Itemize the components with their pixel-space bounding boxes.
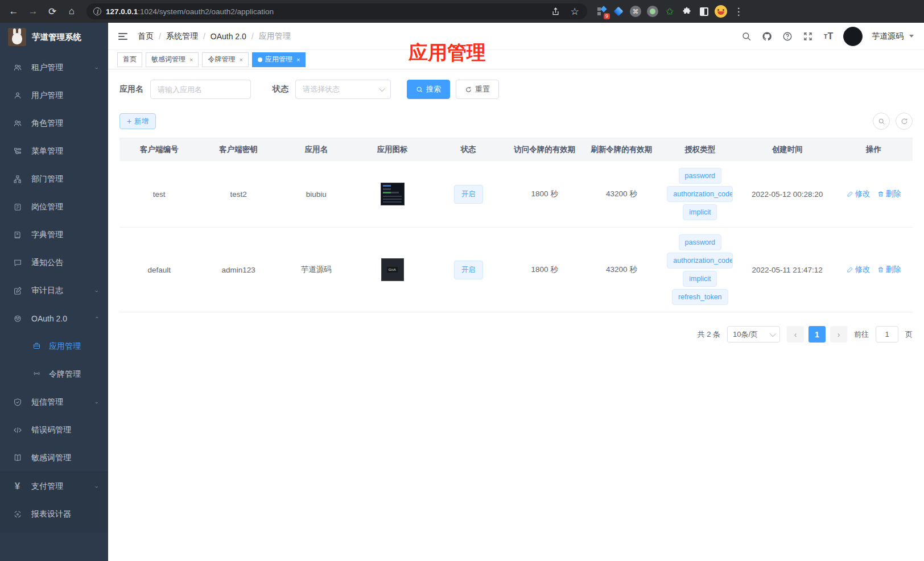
fullscreen-icon[interactable]: [802, 31, 814, 42]
edit-button[interactable]: 修改: [847, 265, 871, 275]
delete-button[interactable]: 删除: [877, 189, 901, 199]
sidebar-item-oauth-application[interactable]: 应用管理: [0, 332, 108, 360]
app-logo: [8, 28, 26, 46]
user-menu-caret-icon[interactable]: [909, 35, 914, 38]
browser-reload-button[interactable]: ⟳: [44, 3, 60, 19]
briefcase-icon: [32, 341, 41, 352]
sidebar-item-role[interactable]: 角色管理: [0, 109, 108, 137]
sidebar-item-menu[interactable]: 菜单管理: [0, 137, 108, 165]
github-icon[interactable]: [761, 31, 773, 42]
extension-recorder-icon[interactable]: [645, 4, 660, 19]
profile-avatar-icon[interactable]: [713, 4, 728, 19]
browser-forward-button[interactable]: →: [25, 3, 41, 19]
sidebar-toggle-icon[interactable]: [118, 33, 127, 40]
tab-application-mgmt[interactable]: 应用管理×: [252, 52, 306, 67]
sidebar-item-post[interactable]: 岗位管理: [0, 193, 108, 221]
app-name-label: 应用名: [119, 84, 143, 94]
status-tag[interactable]: 开启: [454, 261, 483, 279]
url-host: 127.0.0.1: [106, 7, 138, 16]
app-icon-image: GitA: [381, 258, 404, 281]
address-bar[interactable]: i 127.0.0.1:1024/system/oauth2/oauth2/ap…: [86, 3, 587, 19]
chevron-down-icon: ⌄: [94, 65, 99, 70]
page-size-select[interactable]: 10条/页: [727, 326, 780, 343]
browser-menu-icon[interactable]: ⋮: [731, 3, 746, 19]
username-label[interactable]: 芋道源码: [872, 31, 904, 42]
sidebar-item-label: OAuth 2.0: [31, 314, 67, 323]
breadcrumb: 首页 / 系统管理 / OAuth 2.0 / 应用管理: [138, 31, 291, 42]
header-search-icon[interactable]: [741, 31, 752, 42]
refresh-button[interactable]: [896, 113, 913, 130]
breadcrumb-system[interactable]: 系统管理: [166, 31, 198, 42]
breadcrumb-oauth[interactable]: OAuth 2.0: [211, 32, 246, 41]
status-select[interactable]: 请选择状态: [295, 80, 391, 99]
sidebar-item-user[interactable]: 用户管理: [0, 81, 108, 109]
extension-command-icon[interactable]: ⌘: [628, 4, 643, 19]
status-label: 状态: [273, 84, 288, 94]
sidebar-item-label: 令牌管理: [49, 369, 81, 380]
sidebar-item-report-designer[interactable]: 报表设计器: [0, 500, 108, 528]
tab-sensitive-words[interactable]: 敏感词管理×: [146, 52, 199, 67]
edit-button[interactable]: 修改: [847, 189, 871, 199]
grant-tag: implicit: [683, 204, 717, 220]
help-icon[interactable]: [782, 31, 793, 42]
extension-kite-icon[interactable]: [611, 4, 626, 19]
sidebar-item-sensitive[interactable]: 敏感词管理: [0, 444, 108, 472]
site-info-icon[interactable]: i: [93, 7, 101, 15]
sidebar-item-oauth-token[interactable]: 令牌管理: [0, 360, 108, 388]
sidebar-item-label: 字典管理: [31, 230, 63, 240]
font-size-icon[interactable]: TT: [823, 31, 834, 42]
tab-home[interactable]: 首页: [117, 52, 142, 67]
cell-app-name: 芋道源码: [278, 258, 354, 282]
grant-tag: authorization_code: [667, 186, 733, 202]
sidebar-item-payment[interactable]: ¥ 支付管理 ⌄: [0, 472, 108, 500]
toggle-search-button[interactable]: [873, 113, 890, 130]
next-page-button[interactable]: ›: [830, 326, 847, 343]
close-icon[interactable]: ×: [239, 56, 242, 63]
delete-button[interactable]: 删除: [877, 265, 901, 275]
goto-page-input[interactable]: [876, 326, 898, 343]
sidebar-item-errorcode[interactable]: 错误码管理: [0, 416, 108, 444]
user-avatar[interactable]: [843, 27, 863, 46]
sidebar-item-dept[interactable]: 部门管理: [0, 165, 108, 193]
table-row: test test2 biubiu 开启 1800 秒 43200 秒 pass…: [119, 161, 913, 228]
sidebar-item-oauth[interactable]: OAuth 2.0 ⌄: [0, 304, 108, 332]
table-header-row: 客户端编号 客户端密钥 应用名 应用图标 状态 访问令牌的有效期 刷新令牌的有效…: [119, 138, 913, 161]
col-status: 状态: [430, 138, 506, 161]
sidebar-item-label: 角色管理: [31, 118, 63, 129]
status-tag[interactable]: 开启: [454, 185, 483, 204]
users-icon: [13, 118, 22, 128]
col-client-secret: 客户端密钥: [199, 138, 278, 161]
message-icon: [13, 258, 22, 267]
sidebar-item-sms[interactable]: 短信管理 ⌄: [0, 388, 108, 416]
bookmark-star-icon[interactable]: ☆: [569, 6, 580, 17]
sidebar-item-label: 审计日志: [31, 286, 63, 296]
sidebar-item-label: 用户管理: [31, 90, 63, 101]
org-chart-icon: [13, 174, 22, 184]
prev-page-button[interactable]: ‹: [787, 326, 804, 343]
page-1-button[interactable]: 1: [808, 326, 826, 343]
split-view-icon[interactable]: [696, 4, 711, 19]
close-icon[interactable]: ×: [296, 56, 300, 63]
reset-button[interactable]: 重置: [456, 80, 499, 99]
extension-tab-manager-icon[interactable]: 9: [594, 4, 609, 19]
sidebar-item-notice[interactable]: 通知公告: [0, 249, 108, 277]
sidebar-item-label: 菜单管理: [31, 146, 63, 156]
browser-back-button[interactable]: ←: [6, 3, 22, 19]
table-row: default admin123 芋道源码 GitA 开启 1800 秒 432…: [119, 228, 913, 312]
sidebar-item-dict[interactable]: 字典管理: [0, 221, 108, 249]
close-icon[interactable]: ×: [189, 56, 193, 63]
breadcrumb-home[interactable]: 首页: [138, 31, 154, 42]
sidebar-item-audit[interactable]: 审计日志 ⌄: [0, 277, 108, 304]
app-name-input[interactable]: [150, 80, 251, 99]
sidebar-item-tenant[interactable]: 租户管理 ⌄: [0, 53, 108, 81]
tab-token-mgmt[interactable]: 令牌管理×: [202, 52, 248, 67]
browser-home-button[interactable]: ⌂: [64, 3, 80, 19]
extension-star-icon[interactable]: ✩: [662, 4, 677, 19]
add-button[interactable]: + 新增: [119, 113, 156, 129]
share-icon[interactable]: [550, 6, 561, 17]
chevron-down-icon: ⌄: [94, 399, 99, 405]
cell-app-name: biubiu: [278, 183, 354, 205]
search-button[interactable]: 搜索: [407, 80, 450, 99]
app-title: 芋道管理系统: [32, 32, 81, 43]
extensions-puzzle-icon[interactable]: [679, 4, 694, 19]
